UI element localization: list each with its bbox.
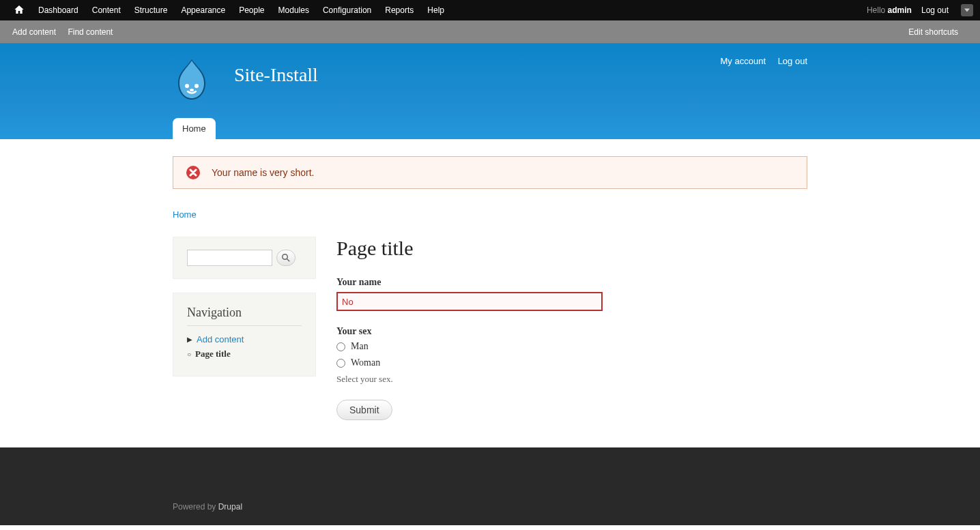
nav-link-add-content[interactable]: Add content [197,334,244,344]
navigation-block: Navigation ▶ Add content ○ Page title [173,293,316,377]
svg-point-4 [283,254,288,260]
my-account-link[interactable]: My account [721,56,766,66]
footer: Powered by Drupal [0,447,980,525]
site-name[interactable]: Site-Install [234,64,318,86]
svg-line-5 [287,259,290,262]
admin-menu-modules[interactable]: Modules [272,0,316,20]
radio-woman[interactable] [336,359,345,368]
site-header: My account Log out Site-Install Home [0,44,980,139]
shortcut-links: Add content Find content [12,27,122,37]
radio-man[interactable] [336,342,345,351]
edit-shortcuts-link[interactable]: Edit shortcuts [908,27,958,37]
admin-menu-reports[interactable]: Reports [378,0,420,20]
page-title: Page title [336,237,807,260]
admin-toolbar: Dashboard Content Structure Appearance P… [0,0,980,20]
radio-man-label: Man [351,341,369,352]
powered-by-text: Powered by [173,502,218,512]
nav-label-page-title: Page title [195,349,231,359]
error-icon [186,165,201,180]
caret-right-icon: ▶ [187,336,192,343]
search-button[interactable] [276,250,296,266]
main-tabs: Home [173,118,216,139]
sex-help-text: Select your sex. [336,374,807,385]
name-input[interactable] [336,292,603,311]
sidebar: Navigation ▶ Add content ○ Page title [173,237,316,420]
home-icon[interactable] [7,0,31,23]
admin-menu-dashboard[interactable]: Dashboard [31,0,85,20]
page-body: Your name is very short. Home Navigation… [173,139,807,420]
radio-man-row[interactable]: Man [336,341,807,352]
svg-point-1 [194,84,199,88]
user-links: My account Log out [711,56,807,66]
admin-menu-content[interactable]: Content [85,0,128,20]
radio-woman-row[interactable]: Woman [336,357,807,368]
shortcut-bar: Add content Find content Edit shortcuts [0,20,980,44]
search-icon [282,254,290,262]
bullet-icon: ○ [187,351,191,358]
search-input[interactable] [187,250,272,266]
logout-link[interactable]: Log out [778,56,807,66]
svg-point-2 [190,89,194,91]
main-content: Page title Your name Your sex Man Woman … [336,237,807,420]
error-message-text: Your name is very short. [212,167,314,178]
breadcrumb: Home [173,209,807,220]
hello-user: Hello admin [867,5,912,15]
sex-label: Your sex [336,326,807,337]
admin-menu-people[interactable]: People [232,0,271,20]
nav-item-page-title[interactable]: ○ Page title [187,349,302,359]
site-logo[interactable] [173,57,211,102]
nav-item-add-content[interactable]: ▶ Add content [187,334,302,344]
admin-logout-link[interactable]: Log out [914,0,955,20]
name-label: Your name [336,277,807,288]
admin-toolbar-left: Dashboard Content Structure Appearance P… [7,0,451,23]
shortcut-find-content[interactable]: Find content [68,27,113,37]
toolbar-toggle-button[interactable] [961,4,973,16]
error-message-box: Your name is very short. [173,156,807,189]
tab-home[interactable]: Home [173,118,216,139]
admin-menu-configuration[interactable]: Configuration [316,0,378,20]
submit-button[interactable]: Submit [336,400,392,420]
svg-point-0 [185,84,189,88]
navigation-title: Navigation [187,306,302,326]
shortcut-add-content[interactable]: Add content [12,27,56,37]
search-block [173,237,316,279]
radio-woman-label: Woman [351,357,380,368]
breadcrumb-home[interactable]: Home [173,209,197,220]
admin-toolbar-right: Hello admin Log out [867,0,973,20]
admin-menu-help[interactable]: Help [420,0,451,20]
drupal-link[interactable]: Drupal [218,502,242,512]
admin-menu-structure[interactable]: Structure [128,0,175,20]
admin-menu-appearance[interactable]: Appearance [174,0,232,20]
